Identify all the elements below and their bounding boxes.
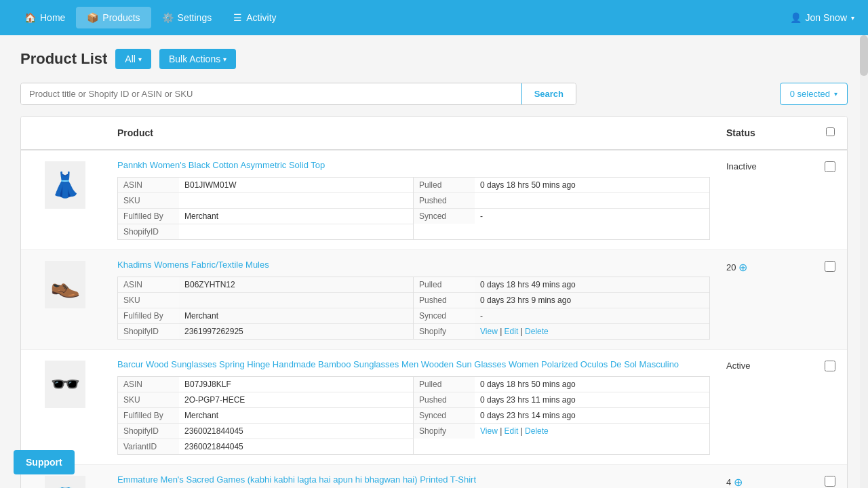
pulled-value-3: 0 days 18 hrs 50 mins ago [475, 377, 709, 392]
detail-sku-3: SKU 2O-PGP7-HECE [118, 392, 413, 408]
detail-left-3: ASIN B07J9J8KLF SKU 2O-PGP7-HECE Fulfill… [117, 376, 414, 455]
sku-value-2 [179, 293, 413, 308]
support-button[interactable]: Support [14, 450, 75, 474]
detail-pushed-3: Pushed 0 days 23 hrs 11 mins ago [414, 392, 709, 408]
shopify-label-3: Shopify [414, 424, 475, 439]
select-checkbox-3[interactable] [825, 361, 835, 371]
detail-shopify-2: Shopify View | Edit | Delete [414, 324, 709, 339]
search-button-label: Search [534, 89, 564, 99]
nav-settings[interactable]: ⚙️ Settings [151, 7, 223, 28]
product-image-cell-2: 👞 [21, 250, 109, 319]
bulk-actions-button[interactable]: Bulk Actions ▾ [159, 49, 236, 69]
search-button[interactable]: Search [521, 83, 576, 104]
product-info-3: Barcur Wood Sunglasses Spring Hinge Hand… [109, 350, 718, 464]
detail-sku-2: SKU [118, 293, 413, 308]
checkbox-cell-4 [813, 465, 847, 488]
product-image-1: 👗 [45, 161, 85, 209]
fulfilled-value-2: Merchant [179, 308, 413, 323]
fulfilled-label-3: Fulfilled By [118, 408, 179, 423]
shopifyid-label-3: ShopifyID [118, 424, 179, 439]
detail-synced-1: Synced - [414, 209, 709, 224]
asin-label-1: ASIN [118, 178, 179, 192]
nav-activity[interactable]: ☰ Activity [222, 7, 287, 28]
activity-icon: ☰ [233, 12, 242, 23]
support-label: Support [26, 457, 62, 468]
select-checkbox-4[interactable] [825, 476, 835, 487]
all-caret-icon: ▾ [138, 56, 142, 63]
select-checkbox-2[interactable] [825, 261, 835, 272]
select-checkbox-1[interactable] [825, 161, 835, 172]
shopify-view-link-2[interactable]: View [480, 327, 498, 336]
shopify-edit-link-3[interactable]: Edit [505, 426, 519, 436]
fulfilled-value-1: Merchant [179, 209, 413, 224]
all-filter-button[interactable]: All ▾ [115, 49, 151, 69]
status-plus-2[interactable]: ⊕ [738, 261, 747, 274]
shopify-delete-link-2[interactable]: Delete [525, 327, 549, 336]
fulfilled-value-3: Merchant [179, 408, 413, 423]
asin-value-1: B01JIWM01W [179, 178, 413, 192]
shopifyid-value-3: 2360021844045 [179, 424, 413, 439]
pushed-label-3: Pushed [414, 392, 475, 407]
select-all-checkbox[interactable] [826, 127, 835, 136]
search-input[interactable] [21, 83, 521, 104]
user-caret-icon: ▾ [851, 14, 854, 22]
shopify-label-2: Shopify [414, 324, 475, 339]
shopify-links-2: View | Edit | Delete [475, 324, 709, 339]
shopifyid-label-1: ShopifyID [118, 224, 179, 239]
shopify-edit-link-2[interactable]: Edit [505, 327, 519, 336]
sku-value-3: 2O-PGP7-HECE [179, 392, 413, 407]
shopify-view-link-3[interactable]: View [480, 426, 498, 436]
scrollbar-thumb[interactable] [860, 35, 868, 76]
detail-right-2: Pulled 0 days 18 hrs 49 mins ago Pushed … [414, 277, 710, 340]
search-row: Search 0 selected ▾ [20, 83, 848, 105]
product-details-grid-2: ASIN B06ZYHTN12 SKU Fulfilled By Merchan… [117, 277, 710, 340]
pulled-label-3: Pulled [414, 377, 475, 392]
selected-count-label: 0 selected [790, 89, 830, 99]
fulfilled-label-1: Fulfilled By [118, 209, 179, 224]
synced-label-1: Synced [414, 209, 475, 224]
settings-icon: ⚙️ [162, 12, 174, 23]
status-plus-4[interactable]: ⊕ [734, 476, 743, 488]
detail-pulled-1: Pulled 0 days 18 hrs 50 mins ago [414, 178, 709, 193]
asin-value-3: B07J9J8KLF [179, 377, 413, 392]
pulled-value-2: 0 days 18 hrs 49 mins ago [475, 277, 709, 292]
user-name: Jon Snow [806, 12, 847, 23]
product-image-cell-1: 👗 [21, 150, 109, 220]
shopify-delete-link-3[interactable]: Delete [525, 426, 549, 436]
nav-home[interactable]: 🏠 Home [14, 7, 76, 28]
nav-products[interactable]: 📦 Products [76, 7, 151, 28]
status-num-4: 4 ⊕ [726, 476, 743, 488]
product-title-4[interactable]: Emmature Men's Sacred Games (kabhi kabhi… [117, 474, 710, 485]
synced-value-1: - [475, 209, 709, 224]
shopifyid-value-1 [179, 224, 413, 239]
pushed-value-1 [475, 193, 709, 208]
user-menu[interactable]: 👤 Jon Snow ▾ [790, 12, 854, 23]
product-image-3: 🕶️ [45, 361, 85, 408]
sku-label-1: SKU [118, 193, 179, 208]
navbar: 🏠 Home 📦 Products ⚙️ Settings ☰ Activity… [0, 0, 868, 35]
status-cell-1: Inactive [718, 150, 813, 182]
shopifyid-label-2: ShopifyID [118, 324, 179, 339]
product-title-3[interactable]: Barcur Wood Sunglasses Spring Hinge Hand… [117, 359, 710, 369]
product-info-2: Khadims Womens Fabric/Textile Mules ASIN… [109, 250, 718, 349]
products-icon: 📦 [87, 12, 98, 23]
detail-sku-1: SKU [118, 193, 413, 209]
variantid-label-3: VariantID [118, 439, 179, 454]
pushed-label-2: Pushed [414, 293, 475, 308]
detail-synced-2: Synced - [414, 308, 709, 324]
fulfilled-label-2: Fulfilled By [118, 308, 179, 323]
product-image-2: 👞 [45, 261, 85, 308]
product-title-2[interactable]: Khadims Womens Fabric/Textile Mules [117, 260, 710, 270]
detail-synced-3: Synced 0 days 23 hrs 14 mins ago [414, 408, 709, 424]
search-wrap: Search [20, 83, 576, 105]
asin-label-3: ASIN [118, 377, 179, 392]
product-title-1[interactable]: Pannkh Women's Black Cotton Asymmetric S… [117, 160, 710, 170]
selected-dropdown-button[interactable]: 0 selected ▾ [780, 83, 848, 105]
detail-variantid-3: VariantID 2360021844045 [118, 439, 413, 454]
table-row: 🕶️ Barcur Wood Sunglasses Spring Hinge H… [21, 350, 847, 465]
pulled-value-1: 0 days 18 hrs 50 mins ago [475, 178, 709, 192]
col-product: Product [109, 123, 718, 142]
sku-label-3: SKU [118, 392, 179, 407]
shopify-links-3: View | Edit | Delete [475, 424, 709, 439]
synced-label-3: Synced [414, 408, 475, 423]
